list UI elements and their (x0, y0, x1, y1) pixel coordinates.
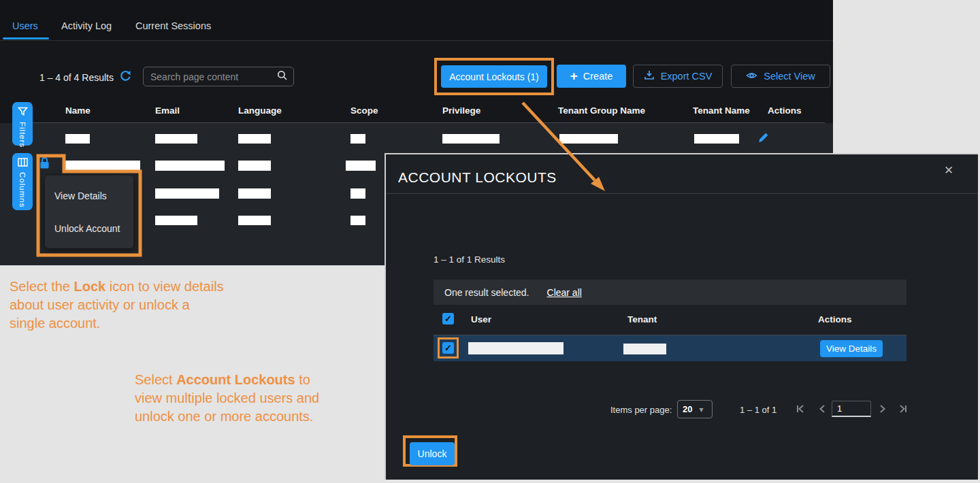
locked-user-row[interactable]: ✓ View Details (434, 335, 906, 361)
account-lockouts-callout: Account Lockouts (1) (434, 58, 554, 95)
search-input[interactable] (150, 71, 277, 82)
columns-grid-icon (18, 158, 28, 169)
tab-current-sessions[interactable]: Current Sessions (135, 20, 211, 31)
redacted-cell (346, 161, 376, 171)
redacted-cell (238, 216, 271, 225)
col-header-name: Name (65, 105, 91, 116)
filters-button[interactable]: Filters (12, 102, 33, 146)
lockouts-annotation-bold: Account Lockouts (176, 372, 295, 387)
items-per-page-label: Items per page: (610, 405, 672, 415)
col-header-scope: Scope (350, 105, 378, 116)
active-tab-underline (3, 37, 49, 39)
col-header-tenant-group-name: Tenant Group Name (558, 105, 645, 116)
pagination: Items per page: 20 ▾ 1 – 1 of 1 (386, 399, 930, 420)
export-csv-label: Export CSV (661, 71, 713, 82)
search-box[interactable] (143, 67, 294, 86)
redacted-tenant-cell (623, 344, 666, 354)
col-header-tenant-name: Tenant Name (693, 105, 750, 116)
select-all-checkbox[interactable]: ✓ (442, 313, 454, 324)
select-view-button[interactable]: Select View (731, 65, 830, 88)
selection-bar: One result selected. Clear all (434, 280, 906, 305)
unlock-button[interactable]: Unlock (410, 442, 455, 465)
page-number-input[interactable] (832, 401, 871, 417)
col-header-privilege: Privilege (442, 105, 480, 116)
lock-icon (39, 161, 50, 171)
pencil-icon (758, 135, 769, 145)
col-header-language: Language (238, 105, 282, 116)
table-header-divider (33, 122, 825, 123)
download-icon (644, 70, 655, 82)
redacted-cell (238, 188, 271, 199)
create-button-label: Create (583, 71, 613, 82)
first-page-icon (795, 406, 807, 416)
columns-button-label: Columns (18, 172, 27, 207)
chevron-left-icon (817, 406, 827, 416)
redacted-cell (442, 134, 500, 144)
col-header-actions: Actions (768, 105, 802, 116)
modal-col-header-actions: Actions (818, 314, 852, 324)
col-header-email: Email (155, 105, 180, 116)
menu-item-unlock-account[interactable]: Unlock Account (54, 223, 120, 234)
check-icon: ✓ (444, 314, 452, 324)
redacted-cell (694, 134, 739, 144)
next-page-button[interactable] (878, 403, 887, 416)
first-page-button[interactable] (795, 403, 807, 416)
row-checkbox[interactable]: ✓ (442, 342, 454, 354)
redacted-cell (238, 161, 271, 171)
lock-context-menu: View Details Unlock Account (45, 176, 133, 248)
close-icon[interactable]: ✕ (944, 163, 953, 178)
redacted-cell (155, 216, 197, 225)
redacted-cell (155, 161, 225, 171)
lock-annotation-pre: Select the (10, 279, 74, 294)
account-lockouts-button[interactable]: Account Lockouts (1) (441, 65, 547, 88)
menu-item-view-details[interactable]: View Details (54, 190, 107, 201)
tab-activity-log[interactable]: Activity Log (61, 20, 112, 31)
search-icon (277, 70, 288, 84)
modal-title: ACCOUNT LOCKOUTS (398, 169, 557, 186)
create-button[interactable]: + Create (557, 65, 626, 88)
lockouts-annotation-pre: Select (135, 372, 176, 387)
items-per-page-value: 20 (683, 404, 692, 414)
last-page-icon (897, 406, 909, 416)
redacted-cell (350, 188, 365, 199)
unlock-callout: Unlock (403, 435, 457, 467)
lock-annotation-bold: Lock (74, 279, 106, 294)
pagination-range: 1 – 1 of 1 (740, 405, 777, 415)
select-view-label: Select View (764, 71, 815, 82)
modal-col-header-tenant: Tenant (627, 314, 657, 324)
eye-icon (746, 71, 757, 82)
plus-icon: + (570, 69, 578, 82)
items-per-page-select[interactable]: 20 ▾ (677, 400, 713, 418)
tab-users[interactable]: Users (12, 20, 38, 31)
modal-title-divider (386, 193, 978, 194)
chevron-right-icon (878, 406, 887, 416)
redacted-cell (238, 134, 271, 144)
clear-all-link[interactable]: Clear all (547, 287, 582, 298)
last-page-button[interactable] (897, 403, 909, 416)
modal-table-header: ✓ User Tenant Actions (434, 308, 906, 335)
redacted-cell (65, 134, 90, 144)
redacted-cell (350, 134, 365, 144)
filter-funnel-icon (18, 107, 28, 118)
lock-annotation: Select the Lock icon to view details abo… (10, 278, 227, 333)
selection-text: One result selected. (444, 287, 529, 298)
view-details-button[interactable]: View Details (820, 340, 883, 357)
redacted-cell (559, 134, 618, 144)
columns-button[interactable]: Columns (12, 153, 33, 210)
redacted-user-cell (468, 342, 564, 354)
results-count: 1 – 4 of 4 Results (39, 72, 114, 83)
redacted-cell (350, 216, 365, 225)
tab-bar: Users Activity Log Current Sessions (0, 0, 833, 41)
previous-page-button[interactable] (817, 403, 827, 416)
redacted-cell (155, 134, 197, 144)
redacted-cell (155, 188, 219, 199)
edit-user-button[interactable] (758, 132, 769, 145)
caret-down-icon: ▾ (699, 405, 703, 414)
modal-col-header-user: User (471, 314, 491, 324)
refresh-icon (119, 74, 131, 84)
checkbox-callout: ✓ (438, 337, 459, 359)
refresh-button[interactable] (119, 70, 131, 84)
account-lock-button[interactable] (39, 156, 50, 171)
export-csv-button[interactable]: Export CSV (633, 65, 723, 88)
filters-button-label: Filters (18, 122, 27, 148)
